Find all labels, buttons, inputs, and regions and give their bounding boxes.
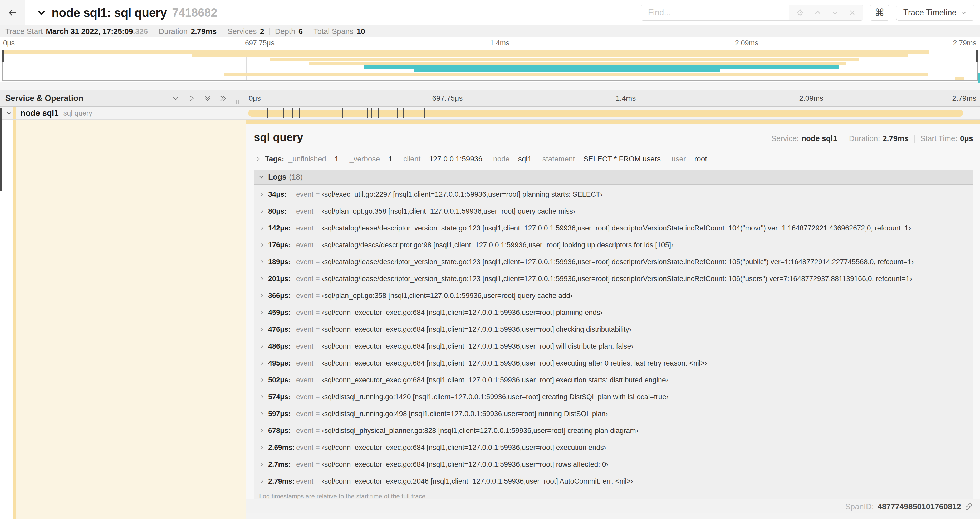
log-field: event — [296, 207, 313, 215]
minimap-graph[interactable] — [2, 50, 978, 81]
log-message: event=‹sql/conn_executor_exec.go:684 [ns… — [296, 460, 609, 469]
log-timestamp: 597μs: — [268, 410, 296, 418]
minimap-span-bar — [270, 58, 860, 61]
log-entry-row[interactable]: 142μs:event=‹sql/catalog/lease/descripto… — [254, 220, 973, 236]
log-entry-row[interactable]: 189μs:event=‹sql/catalog/lease/descripto… — [254, 254, 973, 270]
log-equals: = — [316, 359, 320, 367]
log-timestamp: 495μs: — [268, 359, 296, 367]
log-entry-row[interactable]: 366μs:event=‹sql/plan_opt.go:358 [nsql1,… — [254, 287, 973, 304]
log-message: event=‹sql/conn_executor_exec.go:684 [ns… — [296, 342, 633, 350]
tags-accordian[interactable]: Tags: _unfinished=1_verbose=1client=127.… — [254, 154, 973, 164]
log-equals: = — [316, 241, 320, 249]
collapse-one-chevron-down-icon[interactable] — [172, 94, 180, 102]
log-equals: = — [316, 308, 320, 316]
detail-operation-name: sql query — [254, 131, 303, 144]
chevron-right-icon — [259, 192, 264, 197]
span-row-name-cell[interactable]: node sql1 sql query — [0, 107, 246, 120]
log-entry-row[interactable]: 176μs:event=‹sql/catalog/descs/descripto… — [254, 236, 973, 254]
tag-key: _verbose — [350, 155, 380, 163]
log-entry-row[interactable]: 476μs:event=‹sql/conn_executor_exec.go:6… — [254, 321, 973, 338]
divider — [344, 155, 344, 163]
keyboard-shortcuts-button[interactable]: ⌘ — [870, 5, 889, 21]
tag-value: 1 — [334, 155, 339, 163]
trace-view-selector[interactable]: Trace Timeline — [896, 5, 974, 21]
log-equals: = — [316, 275, 320, 283]
log-entry-row[interactable]: 2.69ms:event=‹sql/conn_executor_exec.go:… — [254, 439, 973, 456]
span-row[interactable]: node sql1 sql query — [0, 107, 980, 120]
chevron-right-icon — [259, 208, 264, 214]
log-entry-row[interactable]: 201μs:event=‹sql/catalog/lease/descripto… — [254, 270, 973, 287]
detail-row-highlight — [16, 120, 246, 519]
logs-header[interactable]: Logs (18) — [254, 169, 973, 185]
back-button[interactable] — [0, 0, 25, 25]
collapse-all-double-chevron-down-icon[interactable] — [204, 94, 211, 102]
log-entry-row[interactable]: 597μs:event=‹sql/distsql_running.go:498 … — [254, 405, 973, 422]
start-time-value: 0μs — [960, 134, 973, 143]
log-field: event — [296, 326, 313, 333]
expand-one-chevron-right-icon[interactable] — [188, 94, 196, 102]
close-x-icon — [848, 9, 856, 16]
tick-label: 1.4ms — [490, 39, 509, 47]
tick-label: 697.75μs — [245, 39, 275, 47]
find-input[interactable] — [641, 5, 789, 20]
log-timestamp: 142μs: — [268, 224, 296, 232]
ruler-label: 2.09ms — [799, 94, 824, 102]
chevron-right-icon — [259, 445, 264, 450]
span-collapse-chevron-down-icon[interactable] — [6, 110, 13, 117]
chevron-right-icon — [259, 478, 264, 484]
locate-match-button[interactable] — [796, 8, 804, 17]
tick-label: 2.09ms — [735, 39, 759, 47]
tag-key: _unfinished — [288, 155, 326, 163]
prev-match-button[interactable] — [814, 9, 822, 17]
log-field: event — [296, 444, 313, 452]
log-entry-row[interactable]: 2.79ms:event=‹sql/conn_executor_exec.go:… — [254, 473, 973, 490]
log-entry-row[interactable]: 678μs:event=‹sql/distsql_physical_planne… — [254, 422, 973, 439]
log-equals: = — [316, 292, 320, 300]
clear-find-button[interactable] — [848, 9, 856, 16]
log-entry-row[interactable]: 502μs:event=‹sql/conn_executor_exec.go:6… — [254, 372, 973, 388]
span-log-tick — [296, 108, 296, 118]
trace-start-value: March 31 2022, 17:25:09 — [46, 27, 133, 36]
log-equals: = — [316, 342, 320, 350]
log-entry-row[interactable]: 495μs:event=‹sql/conn_executor_exec.go:6… — [254, 355, 973, 372]
minimap-left-scrubber[interactable] — [2, 50, 5, 62]
duration-value: 2.79ms — [883, 134, 908, 143]
trace-title-group[interactable]: node sql1: sql query 7418682 — [37, 6, 217, 20]
log-timestamp: 502μs: — [268, 376, 296, 384]
span-list-scrollbar-thumb[interactable] — [0, 108, 2, 192]
logs-accordian: Logs (18) 34μs:event=‹sql/exec_util.go:2… — [254, 169, 973, 499]
next-match-button[interactable] — [831, 9, 839, 17]
tag-equals: = — [423, 155, 427, 163]
divider — [254, 150, 973, 150]
log-entry-row[interactable]: 80μs:event=‹sql/plan_opt.go:358 [nsql1,c… — [254, 203, 973, 220]
minimap-right-scrubber[interactable] — [975, 50, 978, 62]
log-entry-row[interactable]: 574μs:event=‹sql/distsql_running.go:1420… — [254, 388, 973, 405]
log-entry-row[interactable]: 459μs:event=‹sql/conn_executor_exec.go:6… — [254, 304, 973, 321]
log-entry-row[interactable]: 34μs:event=‹sql/exec_util.go:2297 [nsql1… — [254, 186, 973, 203]
span-row-timeline-cell[interactable] — [246, 107, 980, 120]
log-value: ‹sql/catalog/lease/descriptor_version_st… — [322, 258, 914, 266]
tag-key: client — [403, 155, 420, 163]
detail-header: sql query Service: node sql1 Duration: 2… — [254, 125, 973, 144]
right-edge-teal-strip — [978, 73, 980, 83]
span-log-tick — [376, 108, 377, 118]
log-message: event=‹sql/conn_executor_exec.go:2046 [n… — [296, 477, 633, 485]
tag-item: _verbose=1 — [350, 155, 393, 163]
log-message: event=‹sql/plan_opt.go:358 [nsql1,client… — [296, 207, 575, 216]
span-log-tick — [954, 108, 954, 118]
span-log-tick — [267, 108, 268, 118]
detail-left-column — [0, 120, 246, 519]
log-entry-row[interactable]: 486μs:event=‹sql/conn_executor_exec.go:6… — [254, 338, 973, 355]
log-field: event — [296, 460, 313, 468]
minimap-tick-labels: 0μs 697.75μs 1.4ms 2.09ms 2.79ms — [0, 39, 980, 48]
link-icon — [965, 503, 973, 511]
log-message: event=‹sql/conn_executor_exec.go:684 [ns… — [296, 376, 668, 384]
tag-item: client=127.0.0.1:59936 — [403, 155, 482, 163]
deep-link-button[interactable] — [965, 503, 973, 511]
expand-all-double-chevron-right-icon[interactable] — [219, 94, 227, 102]
log-value: ‹sql/distsql_running.go:498 [nsql1,clien… — [322, 410, 608, 418]
span-service-name: node sql1 — [21, 109, 59, 118]
log-entry-row[interactable]: 2.7ms:event=‹sql/conn_executor_exec.go:6… — [254, 456, 973, 473]
log-field: event — [296, 477, 313, 485]
column-resize-grip[interactable] — [236, 100, 239, 104]
